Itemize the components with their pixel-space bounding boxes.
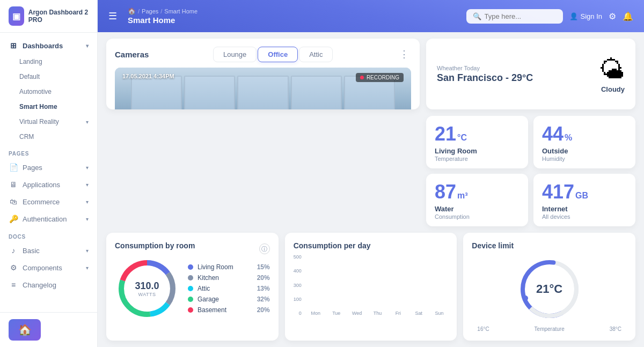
y-label: 400: [294, 268, 302, 274]
legend-label-0: Living Room: [197, 263, 253, 271]
stat-sublabel-2: Consumption: [435, 213, 519, 220]
stat-card-3: 417 GB Internet All devices: [533, 174, 635, 226]
camera-tab-lounge[interactable]: Lounge: [213, 47, 257, 62]
stat-value-0: 21 °C: [435, 124, 519, 144]
sidebar-item-label-changelog: Changelog: [23, 281, 56, 289]
sidebar-item-applications[interactable]: 🖥Applications▾: [0, 176, 97, 193]
bar-label-Fri: Fri: [396, 311, 401, 316]
search-icon: 🔍: [473, 12, 481, 20]
device-card: Device limit 21°C 16°C Temperatu: [463, 233, 635, 341]
dashboards-icon: ⊞: [9, 41, 18, 50]
page-title: Smart Home: [128, 16, 460, 25]
gauge-min: 16°C: [477, 326, 489, 332]
sidebar-footer-image: 🏠: [9, 319, 41, 341]
search-box[interactable]: 🔍: [466, 9, 563, 24]
topbar: ☰ 🏠 / Pages / Smart Home Smart Home 🔍 👤 …: [98, 0, 644, 32]
sidebar-item-landing[interactable]: Landing: [0, 54, 97, 69]
cameras-more-button[interactable]: ⋮: [397, 46, 411, 62]
breadcrumb-current: Smart Home: [164, 8, 197, 14]
search-input[interactable]: [485, 12, 557, 20]
legend-pct-2: 13%: [257, 285, 270, 292]
cameras-title: Cameras: [115, 50, 149, 59]
stat-sublabel-0: Temperature: [435, 156, 519, 162]
consumption-legend: Living Room 15% Kitchen 20% Attic 13% Ga…: [188, 263, 270, 314]
cameras-tabs: LoungeOfficeAttic: [213, 47, 333, 62]
donut-chart: 310.0 WATTS: [115, 256, 179, 321]
chevron-down-icon: ▾: [86, 199, 89, 205]
notification-icon[interactable]: 🔔: [623, 11, 633, 21]
applications-icon: 🖥: [9, 180, 18, 189]
sidebar-item-virtualreality[interactable]: Virtual Reality▾: [0, 114, 97, 129]
legend-item-1: Kitchen 20%: [188, 274, 270, 282]
consumption-body: 310.0 WATTS Living Room 15% Kitchen 20% …: [115, 256, 270, 321]
legend-item-3: Garage 32%: [188, 296, 270, 303]
stat-label-0: Living Room: [435, 147, 519, 155]
legend-dot-4: [188, 307, 193, 313]
info-button[interactable]: ⓘ: [259, 243, 270, 254]
gauge-labels: 16°C Temperature 38°C: [472, 326, 627, 332]
legend-pct-3: 32%: [257, 296, 270, 303]
sidebar-item-smarthome[interactable]: Smart Home: [0, 99, 97, 114]
brand-icon: ▣: [9, 6, 24, 26]
pages-icon: 📄: [9, 163, 18, 172]
svg-point-9: [523, 296, 528, 301]
ecommerce-icon: 🛍: [9, 197, 18, 206]
sidebar-item-authentication[interactable]: 🔑Authentication▾: [0, 210, 97, 227]
y-label: 0: [294, 311, 302, 316]
per-day-card: Consumption per day 5004003001000 Mon Tu…: [285, 233, 457, 341]
settings-icon[interactable]: ⚙: [609, 11, 616, 21]
breadcrumb-pages: Pages: [142, 8, 158, 14]
sidebar-item-default[interactable]: Default: [0, 69, 97, 84]
sidebar-item-ecommerce[interactable]: 🛍Ecommerce▾: [0, 193, 97, 210]
sign-in-button[interactable]: 👤 Sign In: [569, 12, 602, 20]
chevron-down-icon: ▾: [86, 248, 89, 254]
sidebar: ▣ Argon Dashboard 2 PRO ⊞Dashboards▾Land…: [0, 0, 98, 347]
stat-cards-row: 21 °C Living Room Temperature 44 % Outsi…: [426, 116, 635, 226]
legend-dot-2: [188, 286, 193, 291]
bar-group-Sun: Sun: [430, 306, 448, 316]
sidebar-item-crm[interactable]: CRM: [0, 129, 97, 144]
sidebar-item-automotive[interactable]: Automotive: [0, 84, 97, 99]
legend-item-4: Basement 20%: [188, 306, 270, 314]
legend-pct-4: 20%: [257, 306, 270, 314]
camera-tab-office[interactable]: Office: [258, 47, 298, 62]
y-label: 500: [294, 254, 302, 260]
stat-card-0: 21 °C Living Room Temperature: [426, 116, 528, 168]
brand-name: Argon Dashboard 2 PRO: [28, 9, 89, 24]
bar-group-Wed: Wed: [348, 300, 365, 316]
components-icon: ⚙: [9, 263, 18, 272]
legend-dot-0: [188, 264, 193, 270]
y-label: 300: [294, 283, 302, 288]
bar-group-Mon: Mon: [307, 302, 325, 316]
sidebar-item-label-components: Components: [23, 264, 62, 272]
legend-label-2: Attic: [197, 285, 253, 292]
bar-label-Sat: Sat: [415, 311, 422, 316]
sidebar-item-dashboards[interactable]: ⊞Dashboards▾: [0, 37, 97, 54]
basic-icon: ♪: [9, 246, 18, 255]
sidebar-item-pages[interactable]: 📄Pages▾: [0, 159, 97, 176]
weather-card: Wheather Today San Francisco - 29°C 🌤 Cl…: [426, 39, 635, 109]
sidebar-item-label-basic: Basic: [23, 247, 40, 255]
sidebar-item-components[interactable]: ⚙Components▾: [0, 259, 97, 276]
breadcrumb-icon: 🏠: [128, 8, 136, 15]
stat-label-1: Outside: [542, 147, 627, 155]
chevron-down-icon: ▾: [86, 182, 89, 188]
sidebar-item-label-virtualreality: Virtual Reality: [19, 118, 59, 125]
weather-condition: Cloudy: [595, 85, 625, 93]
main-area: ☰ 🏠 / Pages / Smart Home Smart Home 🔍 👤 …: [98, 0, 644, 347]
cameras-header: Cameras LoungeOfficeAttic ⋮: [106, 39, 420, 68]
camera-tab-attic[interactable]: Attic: [299, 47, 333, 62]
y-axis: 5004003001000: [294, 254, 302, 316]
weather-label: Wheather Today: [437, 65, 595, 71]
hamburger-button[interactable]: ☰: [108, 10, 117, 22]
bar-label-Thu: Thu: [374, 311, 382, 316]
sidebar-item-basic[interactable]: ♪Basic▾: [0, 242, 97, 259]
consumption-title: Consumption by room: [115, 241, 195, 250]
sidebar-item-label-smarthome: Smart Home: [19, 103, 57, 110]
sidebar-item-label-automotive: Automotive: [19, 88, 52, 95]
sidebar-item-changelog[interactable]: ≡Changelog: [0, 276, 97, 293]
cameras-card: Cameras LoungeOfficeAttic ⋮: [106, 39, 420, 109]
y-label: 100: [294, 297, 302, 302]
donut-sub: WATTS: [135, 292, 159, 297]
legend-pct-1: 20%: [257, 274, 270, 282]
